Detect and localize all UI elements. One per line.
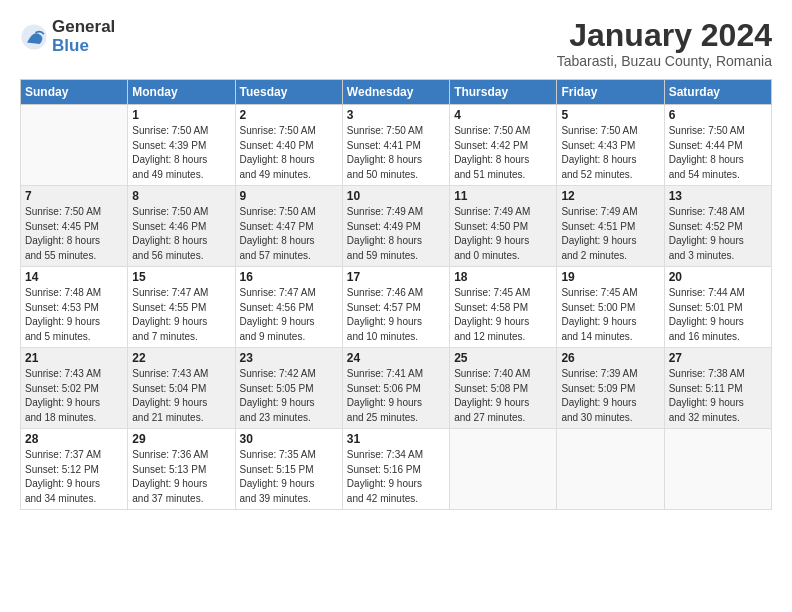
table-row: 19Sunrise: 7:45 AMSunset: 5:00 PMDayligh… xyxy=(557,267,664,348)
table-row: 23Sunrise: 7:42 AMSunset: 5:05 PMDayligh… xyxy=(235,348,342,429)
day-number: 30 xyxy=(240,432,338,446)
table-row: 5Sunrise: 7:50 AMSunset: 4:43 PMDaylight… xyxy=(557,105,664,186)
table-row xyxy=(450,429,557,510)
day-number: 28 xyxy=(25,432,123,446)
day-info: Sunrise: 7:44 AMSunset: 5:01 PMDaylight:… xyxy=(669,286,767,344)
day-number: 2 xyxy=(240,108,338,122)
calendar-table: Sunday Monday Tuesday Wednesday Thursday… xyxy=(20,79,772,510)
table-row: 7Sunrise: 7:50 AMSunset: 4:45 PMDaylight… xyxy=(21,186,128,267)
table-row: 6Sunrise: 7:50 AMSunset: 4:44 PMDaylight… xyxy=(664,105,771,186)
day-info: Sunrise: 7:50 AMSunset: 4:47 PMDaylight:… xyxy=(240,205,338,263)
day-info: Sunrise: 7:50 AMSunset: 4:44 PMDaylight:… xyxy=(669,124,767,182)
header-thursday: Thursday xyxy=(450,80,557,105)
day-number: 18 xyxy=(454,270,552,284)
header-saturday: Saturday xyxy=(664,80,771,105)
day-number: 26 xyxy=(561,351,659,365)
calendar-week-row: 28Sunrise: 7:37 AMSunset: 5:12 PMDayligh… xyxy=(21,429,772,510)
day-info: Sunrise: 7:41 AMSunset: 5:06 PMDaylight:… xyxy=(347,367,445,425)
header-wednesday: Wednesday xyxy=(342,80,449,105)
day-number: 7 xyxy=(25,189,123,203)
day-info: Sunrise: 7:42 AMSunset: 5:05 PMDaylight:… xyxy=(240,367,338,425)
calendar-week-row: 7Sunrise: 7:50 AMSunset: 4:45 PMDaylight… xyxy=(21,186,772,267)
day-number: 10 xyxy=(347,189,445,203)
logo-blue-text: Blue xyxy=(52,37,115,56)
table-row: 16Sunrise: 7:47 AMSunset: 4:56 PMDayligh… xyxy=(235,267,342,348)
table-row: 29Sunrise: 7:36 AMSunset: 5:13 PMDayligh… xyxy=(128,429,235,510)
logo-general-text: General xyxy=(52,18,115,37)
day-info: Sunrise: 7:46 AMSunset: 4:57 PMDaylight:… xyxy=(347,286,445,344)
day-info: Sunrise: 7:35 AMSunset: 5:15 PMDaylight:… xyxy=(240,448,338,506)
table-row: 11Sunrise: 7:49 AMSunset: 4:50 PMDayligh… xyxy=(450,186,557,267)
day-number: 14 xyxy=(25,270,123,284)
day-info: Sunrise: 7:50 AMSunset: 4:45 PMDaylight:… xyxy=(25,205,123,263)
day-info: Sunrise: 7:48 AMSunset: 4:52 PMDaylight:… xyxy=(669,205,767,263)
day-number: 6 xyxy=(669,108,767,122)
table-row: 17Sunrise: 7:46 AMSunset: 4:57 PMDayligh… xyxy=(342,267,449,348)
header-monday: Monday xyxy=(128,80,235,105)
day-number: 23 xyxy=(240,351,338,365)
header-friday: Friday xyxy=(557,80,664,105)
day-info: Sunrise: 7:43 AMSunset: 5:04 PMDaylight:… xyxy=(132,367,230,425)
day-info: Sunrise: 7:45 AMSunset: 5:00 PMDaylight:… xyxy=(561,286,659,344)
day-number: 21 xyxy=(25,351,123,365)
day-info: Sunrise: 7:39 AMSunset: 5:09 PMDaylight:… xyxy=(561,367,659,425)
day-info: Sunrise: 7:43 AMSunset: 5:02 PMDaylight:… xyxy=(25,367,123,425)
day-info: Sunrise: 7:37 AMSunset: 5:12 PMDaylight:… xyxy=(25,448,123,506)
table-row: 9Sunrise: 7:50 AMSunset: 4:47 PMDaylight… xyxy=(235,186,342,267)
day-info: Sunrise: 7:50 AMSunset: 4:39 PMDaylight:… xyxy=(132,124,230,182)
table-row: 31Sunrise: 7:34 AMSunset: 5:16 PMDayligh… xyxy=(342,429,449,510)
table-row: 13Sunrise: 7:48 AMSunset: 4:52 PMDayligh… xyxy=(664,186,771,267)
table-row: 30Sunrise: 7:35 AMSunset: 5:15 PMDayligh… xyxy=(235,429,342,510)
day-info: Sunrise: 7:36 AMSunset: 5:13 PMDaylight:… xyxy=(132,448,230,506)
day-info: Sunrise: 7:47 AMSunset: 4:56 PMDaylight:… xyxy=(240,286,338,344)
table-row: 1Sunrise: 7:50 AMSunset: 4:39 PMDaylight… xyxy=(128,105,235,186)
day-info: Sunrise: 7:50 AMSunset: 4:41 PMDaylight:… xyxy=(347,124,445,182)
header-tuesday: Tuesday xyxy=(235,80,342,105)
day-info: Sunrise: 7:50 AMSunset: 4:46 PMDaylight:… xyxy=(132,205,230,263)
day-number: 24 xyxy=(347,351,445,365)
table-row: 24Sunrise: 7:41 AMSunset: 5:06 PMDayligh… xyxy=(342,348,449,429)
day-number: 13 xyxy=(669,189,767,203)
calendar-week-row: 1Sunrise: 7:50 AMSunset: 4:39 PMDaylight… xyxy=(21,105,772,186)
logo: General Blue xyxy=(20,18,115,55)
day-info: Sunrise: 7:49 AMSunset: 4:50 PMDaylight:… xyxy=(454,205,552,263)
table-row: 8Sunrise: 7:50 AMSunset: 4:46 PMDaylight… xyxy=(128,186,235,267)
table-row: 26Sunrise: 7:39 AMSunset: 5:09 PMDayligh… xyxy=(557,348,664,429)
day-info: Sunrise: 7:50 AMSunset: 4:43 PMDaylight:… xyxy=(561,124,659,182)
day-number: 17 xyxy=(347,270,445,284)
day-number: 27 xyxy=(669,351,767,365)
day-info: Sunrise: 7:48 AMSunset: 4:53 PMDaylight:… xyxy=(25,286,123,344)
day-info: Sunrise: 7:34 AMSunset: 5:16 PMDaylight:… xyxy=(347,448,445,506)
day-info: Sunrise: 7:49 AMSunset: 4:51 PMDaylight:… xyxy=(561,205,659,263)
day-number: 4 xyxy=(454,108,552,122)
day-info: Sunrise: 7:49 AMSunset: 4:49 PMDaylight:… xyxy=(347,205,445,263)
day-number: 19 xyxy=(561,270,659,284)
month-title: January 2024 xyxy=(557,18,772,53)
table-row: 20Sunrise: 7:44 AMSunset: 5:01 PMDayligh… xyxy=(664,267,771,348)
logo-icon xyxy=(20,23,48,51)
day-number: 9 xyxy=(240,189,338,203)
day-number: 29 xyxy=(132,432,230,446)
day-number: 22 xyxy=(132,351,230,365)
table-row xyxy=(21,105,128,186)
day-info: Sunrise: 7:47 AMSunset: 4:55 PMDaylight:… xyxy=(132,286,230,344)
day-number: 11 xyxy=(454,189,552,203)
location: Tabarasti, Buzau County, Romania xyxy=(557,53,772,69)
table-row: 18Sunrise: 7:45 AMSunset: 4:58 PMDayligh… xyxy=(450,267,557,348)
header-sunday: Sunday xyxy=(21,80,128,105)
calendar-header-row: Sunday Monday Tuesday Wednesday Thursday… xyxy=(21,80,772,105)
day-info: Sunrise: 7:38 AMSunset: 5:11 PMDaylight:… xyxy=(669,367,767,425)
table-row xyxy=(557,429,664,510)
table-row: 2Sunrise: 7:50 AMSunset: 4:40 PMDaylight… xyxy=(235,105,342,186)
day-number: 15 xyxy=(132,270,230,284)
table-row: 14Sunrise: 7:48 AMSunset: 4:53 PMDayligh… xyxy=(21,267,128,348)
day-number: 8 xyxy=(132,189,230,203)
day-number: 25 xyxy=(454,351,552,365)
table-row: 15Sunrise: 7:47 AMSunset: 4:55 PMDayligh… xyxy=(128,267,235,348)
table-row: 12Sunrise: 7:49 AMSunset: 4:51 PMDayligh… xyxy=(557,186,664,267)
table-row: 22Sunrise: 7:43 AMSunset: 5:04 PMDayligh… xyxy=(128,348,235,429)
day-number: 3 xyxy=(347,108,445,122)
day-number: 5 xyxy=(561,108,659,122)
table-row: 10Sunrise: 7:49 AMSunset: 4:49 PMDayligh… xyxy=(342,186,449,267)
day-number: 12 xyxy=(561,189,659,203)
